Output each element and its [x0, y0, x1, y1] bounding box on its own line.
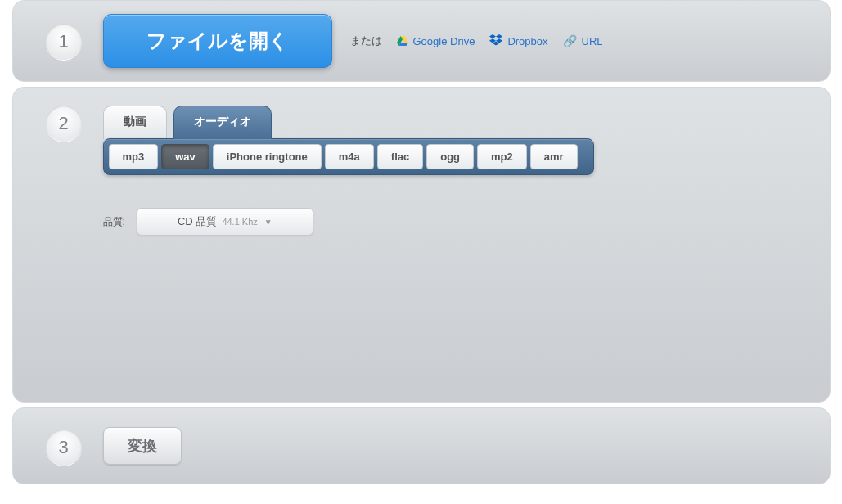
step-1-section: 1 ファイルを開く または Google Drive	[12, 0, 831, 82]
link-icon: 🔗	[563, 34, 577, 47]
format-m4a[interactable]: m4a	[325, 144, 374, 169]
open-file-button[interactable]: ファイルを開く	[103, 14, 332, 68]
tab-audio[interactable]: オーディオ	[173, 106, 272, 139]
format-ogg[interactable]: ogg	[426, 144, 474, 169]
quality-label: 品質:	[103, 215, 125, 229]
format-mp3[interactable]: mp3	[109, 144, 159, 169]
convert-button[interactable]: 変換	[103, 427, 182, 465]
google-drive-label: Google Drive	[413, 35, 475, 47]
step-badge-3: 3	[46, 430, 82, 466]
media-type-tabs: 動画 オーディオ	[103, 106, 815, 139]
dropbox-label: Dropbox	[507, 35, 547, 47]
step-3-section: 3 変換	[12, 407, 831, 484]
svg-marker-4	[496, 34, 502, 38]
format-amr[interactable]: amr	[530, 144, 578, 169]
or-label: または	[350, 34, 382, 48]
google-drive-icon	[397, 36, 408, 46]
quality-sub: 44.1 Khz	[222, 217, 257, 227]
step-2-section: 2 動画 オーディオ mp3 wav iPhone ringtone m4a f…	[12, 87, 831, 403]
format-wav[interactable]: wav	[161, 144, 209, 169]
step-badge-2: 2	[46, 106, 82, 142]
url-label: URL	[582, 35, 603, 47]
quality-select[interactable]: CD 品質 44.1 Khz ▼	[137, 208, 313, 236]
tab-video[interactable]: 動画	[103, 106, 167, 139]
step-badge-1: 1	[46, 24, 82, 60]
dropbox-link[interactable]: Dropbox	[489, 34, 547, 47]
url-link[interactable]: 🔗 URL	[563, 34, 603, 47]
format-iphone-ringtone[interactable]: iPhone ringtone	[213, 144, 322, 169]
format-mp2[interactable]: mp2	[477, 144, 527, 169]
chevron-down-icon: ▼	[264, 218, 272, 227]
dropbox-icon	[489, 34, 502, 47]
source-row: または Google Drive	[350, 34, 603, 48]
google-drive-link[interactable]: Google Drive	[397, 35, 475, 47]
quality-value: CD 品質	[178, 214, 217, 229]
format-bar: mp3 wav iPhone ringtone m4a flac ogg mp2…	[103, 138, 594, 175]
svg-marker-3	[489, 34, 496, 38]
quality-row: 品質: CD 品質 44.1 Khz ▼	[103, 208, 815, 236]
format-flac[interactable]: flac	[377, 144, 423, 169]
